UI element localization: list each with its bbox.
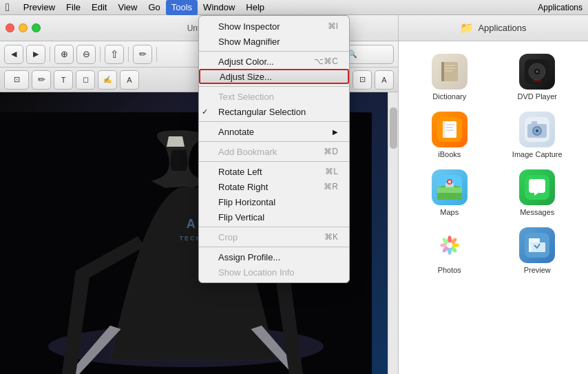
image-tool-button[interactable]: ⊡ bbox=[353, 70, 372, 90]
menu-item-text-selection[interactable]: Text Selection bbox=[199, 89, 349, 104]
image-capture-label: Image Capture bbox=[512, 150, 563, 158]
menubar-item-window[interactable]: Window bbox=[198, 0, 240, 15]
svg-rect-4 bbox=[444, 65, 455, 66]
app-item-dvd-player[interactable]: DVD DVD Player bbox=[494, 48, 582, 106]
separator-5 bbox=[199, 161, 349, 162]
svg-rect-23 bbox=[532, 121, 537, 125]
menu-item-annotate[interactable]: Annotate ▶ bbox=[199, 124, 349, 139]
toolbar-sep-1 bbox=[50, 47, 50, 62]
maps-label: Maps bbox=[440, 208, 459, 216]
svg-rect-44 bbox=[532, 242, 545, 252]
share-button[interactable]: ⇧ bbox=[105, 45, 124, 64]
menu-item-show-location-info[interactable]: Show Location Info bbox=[199, 264, 349, 280]
svg-rect-26 bbox=[437, 193, 462, 200]
rotate-left-shortcut: ⌘L bbox=[325, 167, 338, 176]
menubar-item-view[interactable]: View bbox=[112, 0, 143, 15]
close-button[interactable] bbox=[6, 23, 14, 32]
apps-grid: Dictionary DVD DVD Player bbox=[399, 41, 588, 287]
menubar-item-go[interactable]: Go bbox=[143, 0, 165, 15]
separator-1 bbox=[199, 51, 349, 52]
menu-item-flip-vertical[interactable]: Flip Vertical bbox=[199, 209, 349, 225]
flip-vertical-label: Flip Vertical bbox=[210, 212, 338, 222]
vertical-scrollbar[interactable] bbox=[388, 92, 398, 374]
annotate-label: Annotate bbox=[210, 127, 333, 137]
forward-button[interactable]: ▶ bbox=[26, 45, 45, 64]
flip-horizontal-label: Flip Horizontal bbox=[210, 197, 338, 207]
svg-rect-3 bbox=[441, 62, 444, 81]
show-inspector-label: Show Inspector bbox=[210, 21, 328, 32]
app-item-maps[interactable]: Maps bbox=[406, 164, 494, 222]
minimize-button[interactable] bbox=[19, 23, 28, 32]
pencil-tool-button[interactable]: ✏ bbox=[32, 70, 51, 90]
svg-point-10 bbox=[536, 70, 538, 73]
ibooks-icon bbox=[432, 112, 468, 147]
svg-text:DVD: DVD bbox=[534, 79, 541, 83]
signature-tool-button[interactable]: ✍ bbox=[98, 70, 117, 90]
menu-item-adjust-color[interactable]: Adjust Color... ⌥⌘C bbox=[199, 54, 349, 69]
menubar-right-label: Applications bbox=[538, 3, 582, 12]
menu-item-show-inspector[interactable]: Show Inspector ⌘I bbox=[199, 19, 349, 34]
zoom-in-button[interactable]: ⊕ bbox=[54, 45, 74, 64]
menubar-item-tools[interactable]: Tools bbox=[166, 0, 198, 15]
apple-menu-icon[interactable]:  bbox=[6, 1, 10, 14]
adjust-size-label: Adjust Size... bbox=[211, 72, 337, 82]
right-panel-title: Applications bbox=[478, 23, 526, 33]
add-bookmark-shortcut: ⌘D bbox=[324, 147, 338, 156]
menu-item-rectangular-selection[interactable]: ✓ Rectangular Selection bbox=[199, 104, 349, 119]
menu-item-add-bookmark[interactable]: Add Bookmark ⌘D bbox=[199, 144, 349, 159]
crop-shortcut: ⌘K bbox=[324, 232, 338, 242]
check-icon: ✓ bbox=[202, 107, 208, 116]
menubar-item-edit[interactable]: Edit bbox=[86, 0, 112, 15]
scrollbar-thumb[interactable] bbox=[390, 107, 397, 149]
shape-tool-button[interactable]: ◻ bbox=[76, 70, 95, 90]
back-button[interactable]: ◀ bbox=[4, 45, 23, 64]
text-tool-button[interactable]: T bbox=[54, 70, 73, 90]
font-tool-button[interactable]: A bbox=[375, 70, 394, 90]
assign-profile-label: Assign Profile... bbox=[210, 252, 338, 262]
app-item-photos[interactable]: Photos bbox=[406, 222, 494, 280]
svg-point-22 bbox=[536, 129, 538, 132]
photos-label: Photos bbox=[438, 266, 461, 274]
toolbar-sep-2 bbox=[100, 47, 101, 62]
menu-item-assign-profile[interactable]: Assign Profile... bbox=[199, 249, 349, 264]
adjust-color-shortcut: ⌥⌘C bbox=[314, 56, 338, 66]
menu-bar:  Preview File Edit View Go Tools Window… bbox=[0, 0, 588, 15]
zoom-out-button[interactable]: ⊖ bbox=[76, 45, 96, 64]
menubar-item-preview[interactable]: Preview bbox=[18, 0, 61, 15]
menu-bar-right: Applications bbox=[538, 3, 582, 12]
menu-item-crop[interactable]: Crop ⌘K bbox=[199, 229, 349, 245]
svg-point-29 bbox=[448, 180, 451, 183]
markup-button[interactable]: ✏ bbox=[133, 45, 152, 64]
app-item-ibooks[interactable]: iBooks bbox=[406, 106, 494, 164]
app-item-preview[interactable]: Preview bbox=[494, 222, 582, 280]
ibooks-label: iBooks bbox=[438, 150, 461, 158]
menu-item-show-magnifier[interactable]: Show Magnifier bbox=[199, 34, 349, 49]
preview-app-icon bbox=[519, 227, 555, 263]
app-item-image-capture[interactable]: Image Capture bbox=[494, 106, 582, 164]
app-item-messages[interactable]: Messages bbox=[494, 164, 582, 222]
menu-item-rotate-left[interactable]: Rotate Left ⌘L bbox=[199, 164, 349, 179]
color-tool-button[interactable]: A bbox=[120, 70, 139, 90]
text-selection-label: Text Selection bbox=[210, 92, 338, 102]
show-magnifier-label: Show Magnifier bbox=[210, 37, 338, 47]
adjust-color-label: Adjust Color... bbox=[210, 56, 314, 67]
menu-item-flip-horizontal[interactable]: Flip Horizontal bbox=[199, 194, 349, 209]
maximize-button[interactable] bbox=[32, 23, 41, 32]
app-item-dictionary[interactable]: Dictionary bbox=[406, 48, 494, 106]
selection-tool-button[interactable]: ⊡ bbox=[4, 70, 29, 90]
menu-item-adjust-size[interactable]: Adjust Size... bbox=[199, 69, 349, 84]
window-controls bbox=[6, 23, 41, 32]
menubar-item-help[interactable]: Help bbox=[240, 0, 270, 15]
add-bookmark-label: Add Bookmark bbox=[210, 147, 324, 157]
show-inspector-shortcut: ⌘I bbox=[328, 21, 338, 31]
dictionary-icon bbox=[432, 54, 468, 90]
separator-7 bbox=[199, 247, 349, 247]
menubar-item-file[interactable]: File bbox=[61, 0, 86, 15]
rectangular-selection-label: Rectangular Selection bbox=[210, 107, 338, 117]
rotate-right-shortcut: ⌘R bbox=[324, 182, 338, 191]
submenu-arrow-icon: ▶ bbox=[333, 128, 338, 136]
dvd-player-label: DVD Player bbox=[518, 92, 557, 101]
right-panel-header: 📁 Applications bbox=[399, 15, 588, 41]
crop-label: Crop bbox=[210, 232, 324, 242]
menu-item-rotate-right[interactable]: Rotate Right ⌘R bbox=[199, 179, 349, 194]
